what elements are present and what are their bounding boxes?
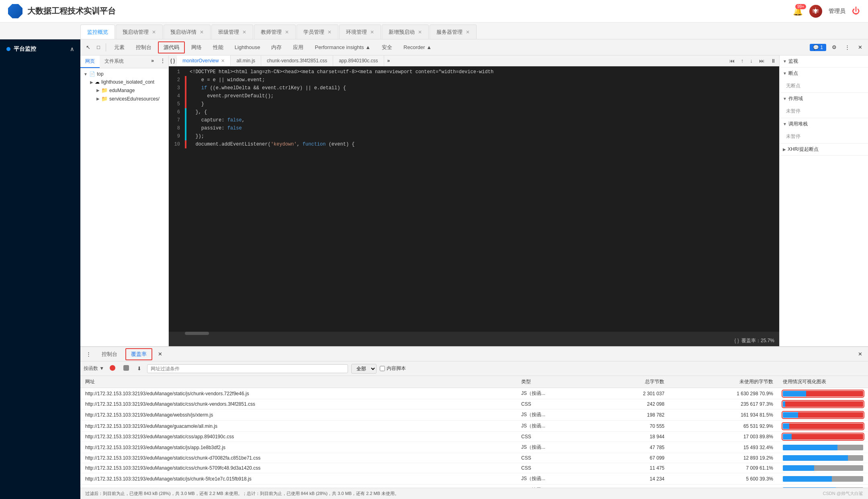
tab-new-prestart[interactable]: 新增预启动 ✕	[382, 25, 429, 39]
bottom-tab-coverage[interactable]: 覆盖率	[125, 348, 152, 360]
tab-close-5[interactable]: ✕	[328, 29, 332, 35]
code-area[interactable]: 1 <!DOCTYPE html><html lang=zh-CN><head>…	[169, 66, 779, 332]
tree-item-edumanage[interactable]: ▶ 📁 eduManage	[80, 86, 168, 94]
cell-total: 14 234	[596, 473, 669, 485]
cell-unused: 7 009 61.1%	[669, 463, 778, 473]
toolbar-divider	[106, 43, 106, 51]
file-tab-filesystem[interactable]: 文件系统	[100, 55, 129, 68]
cell-url[interactable]: http://172.32.153.103:32193/eduManage/st…	[80, 432, 516, 442]
file-tab-options[interactable]: ⋮	[157, 55, 168, 68]
scope-content: 未暂停	[780, 105, 868, 118]
code-nav-pause[interactable]: ⏸	[768, 56, 779, 66]
content-script-text: 内容脚本	[387, 365, 406, 372]
sidebar-item-platform-monitor[interactable]: 平台监控 ∧	[0, 39, 80, 59]
tab-student-manage[interactable]: 学员管理 ✕	[297, 25, 338, 39]
cell-unused: 5 600 39.3%	[669, 473, 778, 485]
section-watch-header[interactable]: ▼ 监视	[780, 55, 868, 67]
tab-performance-insights[interactable]: Performance insights ▲	[310, 43, 375, 52]
tab-performance[interactable]: 性能	[208, 42, 228, 53]
settings-button[interactable]: ⚙	[829, 43, 839, 52]
tab-network[interactable]: 网络	[186, 42, 207, 53]
top-bar-right: 🔔 99+ 🕷 管理员 ⏻	[793, 5, 860, 18]
tab-close-8[interactable]: ✕	[466, 29, 470, 35]
cell-url[interactable]: http://172.32.153.103:32193/eduManage/st…	[80, 473, 516, 485]
tab-close-2[interactable]: ✕	[200, 29, 204, 35]
bottom-close-button[interactable]: ✕	[856, 349, 865, 359]
code-tab-chunk-vendors-css[interactable]: chunk-vendors.3f4f2851.css	[261, 55, 333, 66]
sidebar-dot	[6, 47, 10, 51]
close-devtools-button[interactable]: ✕	[856, 43, 865, 52]
tree-arrow-top: ▼	[84, 72, 88, 76]
tab-close-6[interactable]: ✕	[370, 29, 374, 35]
tree-item-servicesedu[interactable]: ▶ 📁 servicesEdu/resources/	[80, 94, 168, 103]
section-breakpoints-header[interactable]: ▼ 断点	[780, 68, 868, 79]
code-line-7: 7 capture: false,	[169, 116, 779, 124]
tab-close-4[interactable]: ✕	[285, 29, 289, 35]
tab-sources[interactable]: 源代码	[158, 41, 185, 53]
tab-console[interactable]: 控制台	[131, 42, 156, 53]
section-xhr-label: XHR/提起断点	[788, 146, 819, 153]
cell-url[interactable]: http://172.32.153.103:32193/eduManage/we…	[80, 409, 516, 421]
tab-security[interactable]: 安全	[377, 42, 397, 53]
content-script-checkbox[interactable]	[380, 366, 385, 371]
cell-url[interactable]: http://172.32.153.103:32193/eduManage/st…	[80, 399, 516, 409]
bottom-tab-close[interactable]: ✕	[156, 349, 165, 359]
tab-prestart-detail[interactable]: 预启动详情 ✕	[164, 25, 211, 39]
tab-application[interactable]: 应用	[288, 42, 308, 53]
cursor-tool-button[interactable]: ↖	[84, 43, 93, 52]
tab-lighthouse[interactable]: Lighthouse	[230, 43, 265, 52]
file-tabs: 网页 文件系统 » ⋮	[80, 55, 168, 68]
cell-url[interactable]: http://172.32.153.103:32193/eduManage/st…	[80, 442, 516, 453]
power-button[interactable]: ⏻	[852, 6, 860, 16]
cell-url[interactable]: http://172.32.153.103:32193/eduManage/st…	[80, 485, 516, 488]
type-select[interactable]: 全部 JS CSS	[351, 364, 377, 374]
code-nav-left[interactable]: ⏮	[726, 56, 738, 66]
tab-env-manage[interactable]: 环境管理 ✕	[339, 25, 381, 39]
tab-class-manage[interactable]: 班级管理 ✕	[211, 25, 253, 39]
code-scrollbar-h[interactable]	[169, 332, 779, 335]
notification-button[interactable]: 🔔 99+	[793, 6, 803, 16]
code-tab-app-css[interactable]: app.8940190c.css	[333, 55, 384, 66]
stop-button[interactable]	[121, 364, 131, 373]
section-scope-header[interactable]: ▼ 作用域	[780, 93, 868, 105]
tab-teacher-manage[interactable]: 教师管理 ✕	[254, 25, 296, 39]
tab-recorder[interactable]: Recorder ▲	[399, 43, 436, 52]
code-nav-down[interactable]: ↓	[747, 56, 756, 66]
code-panel-toggle[interactable]: { }	[169, 58, 177, 64]
code-tabs-more[interactable]: »	[384, 56, 393, 65]
url-filter-input[interactable]	[147, 364, 348, 373]
section-xhr-header[interactable]: ▶ XHR/提起断点	[780, 144, 868, 155]
cell-url[interactable]: http://172.32.153.103:32193/eduManage/gu…	[80, 421, 516, 432]
tab-monitor-overview[interactable]: 监控概览	[80, 25, 115, 39]
tab-memory[interactable]: 内存	[266, 42, 287, 53]
table-row: http://172.32.153.103:32193/eduManage/st…	[80, 453, 868, 463]
tab-elements[interactable]: 元素	[109, 42, 129, 53]
tab-server-manage[interactable]: 服务器管理 ✕	[430, 25, 477, 39]
file-tab-more[interactable]: »	[148, 55, 157, 68]
record-button[interactable]	[107, 364, 118, 373]
code-tab-close-monitor[interactable]: ✕	[221, 58, 225, 64]
download-button[interactable]: ⬇	[135, 364, 144, 373]
tree-item-lighthouse[interactable]: ▶ ☁ lighthouse_isolated_cont	[80, 78, 168, 86]
tab-close-3[interactable]: ✕	[242, 29, 246, 35]
code-nav-up[interactable]: ↑	[738, 56, 747, 66]
cell-url[interactable]: http://172.32.153.103:32193/eduManage/st…	[80, 388, 516, 399]
file-tab-webpage[interactable]: 网页	[80, 55, 100, 68]
tab-prestart-manage[interactable]: 预启动管理 ✕	[116, 25, 163, 39]
code-tab-allminjs[interactable]: all.min.js	[231, 55, 261, 66]
comments-button[interactable]: 💬 1	[810, 44, 826, 51]
tab-close-1[interactable]: ✕	[152, 29, 156, 35]
cell-url[interactable]: http://172.32.153.103:32193/eduManage/st…	[80, 453, 516, 463]
bottom-options-button[interactable]: ⋮	[84, 349, 94, 359]
section-callstack-header[interactable]: ▼ 调用堆栈	[780, 118, 868, 130]
footer-text: 过滤后：到目前为止，已使用 843 kB (28%)，共 3.0 MB，还有 2…	[85, 491, 399, 497]
more-options-button[interactable]: ⋮	[842, 43, 852, 52]
code-file-tabs: { } monitorOverview ✕ all.min.js chunk-v…	[169, 55, 779, 66]
code-tab-monitor-overview[interactable]: monitorOverview ✕	[177, 55, 231, 66]
bottom-tab-console[interactable]: 控制台	[97, 349, 122, 359]
tree-item-top[interactable]: ▼ 📄 top	[80, 70, 168, 78]
cell-url[interactable]: http://172.32.153.103:32193/eduManage/st…	[80, 463, 516, 473]
code-nav-right[interactable]: ⏭	[756, 56, 768, 66]
tab-close-7[interactable]: ✕	[418, 29, 422, 35]
mobile-view-button[interactable]: □	[94, 43, 102, 52]
